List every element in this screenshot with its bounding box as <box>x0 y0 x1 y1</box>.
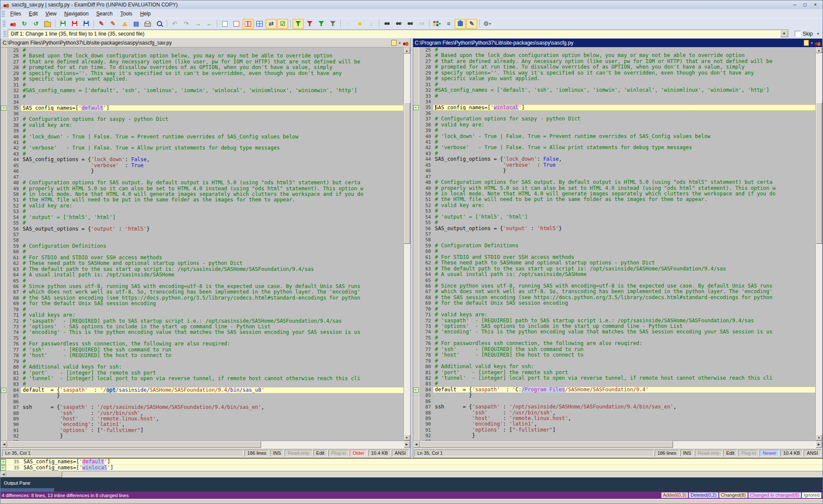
edit-second-file-button[interactable]: ✎ <box>108 19 118 29</box>
changed-line-arrow-icon[interactable]: → <box>1 388 6 393</box>
close-button[interactable]: × <box>812 2 818 8</box>
show-first-pane-button[interactable] <box>219 19 230 29</box>
four-way-view-button[interactable] <box>254 19 265 29</box>
recompare-files-button[interactable]: ↺ <box>30 19 41 29</box>
scroll-right-icon[interactable]: ▶ <box>816 441 822 448</box>
second-file-code-area[interactable]: 25#26# Based upon the lock_down configur… <box>413 47 816 441</box>
save-second-file-button[interactable] <box>69 19 80 29</box>
first-file-vertical-scrollbar[interactable]: ▲ ▼ <box>403 48 410 441</box>
compare-options-button[interactable] <box>119 19 130 29</box>
file-info-button[interactable]: ▤ <box>131 19 141 29</box>
menu-item-search[interactable]: Search <box>93 10 116 18</box>
diffbar-grip[interactable] <box>3 31 6 37</box>
copy-block-right-button[interactable]: → <box>192 19 203 29</box>
menu-item-help[interactable]: Help <box>137 10 154 18</box>
menu-grip[interactable] <box>2 11 5 17</box>
split-view-button[interactable] <box>243 19 253 29</box>
status-segment-186-lines: 186 lines <box>244 450 269 456</box>
scroll-right-icon[interactable]: ▶ <box>404 441 410 448</box>
show-changed-filter-button[interactable] <box>316 19 327 29</box>
scroll-thumb[interactable] <box>7 441 261 448</box>
first-file-code-area[interactable]: 25#26# Based upon the lock_down configur… <box>1 48 403 441</box>
menu-item-view[interactable]: View <box>42 10 60 18</box>
code-line: 52# valid key are: <box>413 203 816 208</box>
menu-item-tools[interactable]: Tools <box>117 10 136 18</box>
code-text: # <box>433 93 816 99</box>
first-file-horizontal-scrollbar[interactable]: ◀ ▶ <box>1 441 410 448</box>
scroll-thumb[interactable] <box>420 441 673 448</box>
diff-dropdown-button[interactable]: ▼ <box>780 30 788 37</box>
copy-path-icon[interactable] <box>804 40 809 46</box>
output-pane-tab[interactable] <box>0 488 54 492</box>
code-token: # 'encoding' - This is the python encodi… <box>435 329 772 335</box>
recompare-button[interactable]: ↻ <box>19 19 30 29</box>
app-options-button[interactable] <box>7 19 18 29</box>
scroll-left-icon[interactable]: ◀ <box>1 441 7 448</box>
current-diff-button[interactable]: ■ <box>354 19 365 29</box>
undo-button[interactable]: ↶ <box>169 19 180 29</box>
skip-checkbox[interactable] <box>795 31 801 37</box>
scroll-down-icon[interactable]: ▼ <box>816 435 822 441</box>
find-next-button[interactable] <box>393 19 404 29</box>
copy-block-left-button[interactable]: ← <box>204 19 215 29</box>
replace-button[interactable]: AB <box>416 19 427 29</box>
path-dropdown-icon[interactable]: ▾ <box>811 41 813 45</box>
edit-first-file-button[interactable]: ✎ <box>96 19 107 29</box>
show-deleted-filter-button[interactable] <box>304 19 315 29</box>
line-inspector-button[interactable]: ≡ <box>443 19 454 29</box>
changed-line-arrow-icon[interactable]: → <box>1 105 6 111</box>
settings-button[interactable]: ⚙▾ <box>482 19 493 29</box>
menu-item-navigation[interactable]: Navigation <box>61 10 92 18</box>
code-token: # 'lock_down' - True | False. True = Pre… <box>435 134 711 139</box>
show-all-diffs-filter-button[interactable] <box>293 19 303 29</box>
menu-item-files[interactable]: Files <box>7 10 24 18</box>
toolbar-overflow-icon[interactable]: ▾ <box>817 31 819 36</box>
show-checkboxes-button[interactable]: ☑ <box>277 19 288 29</box>
scroll-thumb[interactable] <box>816 102 822 244</box>
code-token: # 'port' - [integer] the remote ssh port <box>23 370 156 376</box>
second-file-horizontal-scrollbar[interactable]: ◀ ▶ <box>413 441 823 448</box>
second-file-vertical-scrollbar[interactable]: ▲ ▼ <box>815 47 822 441</box>
save-all-button[interactable] <box>81 19 91 29</box>
find-in-files-button[interactable] <box>405 19 415 29</box>
scroll-up-icon[interactable]: ▲ <box>404 48 410 54</box>
maximize-button[interactable]: □ <box>802 2 808 8</box>
plugins-button[interactable] <box>455 19 466 29</box>
menu-item-edit[interactable]: Edit <box>25 10 41 18</box>
sync-scroll-button[interactable]: ⇄ <box>266 19 276 29</box>
diff-detail-row[interactable]: ←35SAS_config_names=['winlocal'] <box>0 465 823 471</box>
scroll-thumb[interactable] <box>6 471 62 477</box>
code-text: 'ssh' : '/usr/bin/ssh', <box>21 411 403 416</box>
save-first-file-button[interactable] <box>57 19 68 29</box>
print-preview-button[interactable] <box>154 19 165 29</box>
previous-diff-button[interactable]: ↑ <box>343 19 354 29</box>
diff-detail-row[interactable]: →35SAS_config_names=['default'] <box>0 459 823 465</box>
find-button[interactable] <box>381 19 392 29</box>
open-in-editor-button[interactable]: ✎ <box>466 19 477 29</box>
changed-line-arrow-icon[interactable]: ← <box>413 105 419 110</box>
scroll-left-icon[interactable]: ◀ <box>413 441 420 448</box>
redo-button[interactable]: ↷ <box>181 19 192 29</box>
code-line: 34 <box>413 99 816 105</box>
code-line: 55# <box>413 220 816 225</box>
output-pane: Output Pane <box>0 477 823 492</box>
scroll-up-icon[interactable]: ▲ <box>816 47 822 53</box>
diff-detail-scrollbar[interactable]: ◀ <box>0 471 823 477</box>
toolbar-grip[interactable] <box>3 21 6 27</box>
clear-filter-button[interactable] <box>327 19 338 29</box>
changed-line-arrow-icon[interactable]: ← <box>413 387 419 393</box>
path-dropdown-icon[interactable]: ▾ <box>399 41 400 45</box>
scroll-left-icon[interactable]: ◀ <box>0 471 6 477</box>
current-diff-combobox[interactable]: Diff 1: Change 1 line (35, first file) t… <box>8 30 789 38</box>
code-token: # 'output' = ['html5', 'html'] <box>23 215 116 220</box>
open-files-button[interactable] <box>42 19 53 29</box>
next-diff-button[interactable]: ↓ <box>366 19 377 29</box>
print-button[interactable] <box>142 19 153 29</box>
scroll-down-icon[interactable]: ▼ <box>404 435 410 441</box>
scroll-thumb[interactable] <box>404 102 410 244</box>
copy-path-icon[interactable] <box>391 40 396 46</box>
show-second-pane-button[interactable] <box>231 19 242 29</box>
minimize-button[interactable]: – <box>792 2 798 8</box>
code-text: default = {'saspath' : 'C:/Program Files… <box>433 387 816 393</box>
panes-layout-dropdown-button[interactable]: ▾ <box>432 19 442 29</box>
